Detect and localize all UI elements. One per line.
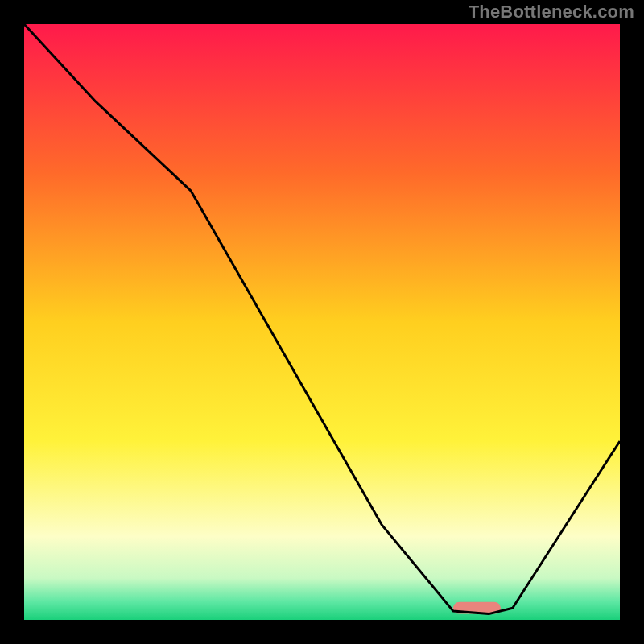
plot-background	[24, 24, 620, 620]
chart-frame: TheBottleneck.com	[0, 0, 644, 644]
bottleneck-chart	[0, 0, 644, 644]
watermark-label: TheBottleneck.com	[469, 2, 634, 23]
